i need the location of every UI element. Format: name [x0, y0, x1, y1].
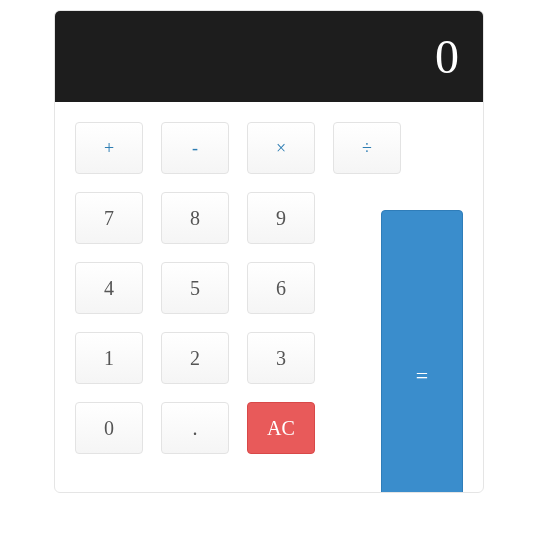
equals-button[interactable]: =: [381, 210, 463, 493]
digit-7-button[interactable]: 7: [75, 192, 143, 244]
digit-8-button[interactable]: 8: [161, 192, 229, 244]
digit-4-button[interactable]: 4: [75, 262, 143, 314]
digit-9-button[interactable]: 9: [247, 192, 315, 244]
digit-0-button[interactable]: 0: [75, 402, 143, 454]
calculator: 0 + - × ÷ 7 8 9 4 5 6 1 2 3 0 . AC =: [54, 10, 484, 493]
digit-5-button[interactable]: 5: [161, 262, 229, 314]
display: 0: [55, 11, 483, 102]
digit-2-button[interactable]: 2: [161, 332, 229, 384]
digit-3-button[interactable]: 3: [247, 332, 315, 384]
button-pad: + - × ÷ 7 8 9 4 5 6 1 2 3 0 . AC = ➤: [55, 102, 483, 492]
clear-button[interactable]: AC: [247, 402, 315, 454]
decimal-button[interactable]: .: [161, 402, 229, 454]
digit-1-button[interactable]: 1: [75, 332, 143, 384]
digit-6-button[interactable]: 6: [247, 262, 315, 314]
divide-button[interactable]: ÷: [333, 122, 401, 174]
subtract-button[interactable]: -: [161, 122, 229, 174]
operator-row: + - × ÷: [75, 122, 463, 174]
multiply-button[interactable]: ×: [247, 122, 315, 174]
add-button[interactable]: +: [75, 122, 143, 174]
